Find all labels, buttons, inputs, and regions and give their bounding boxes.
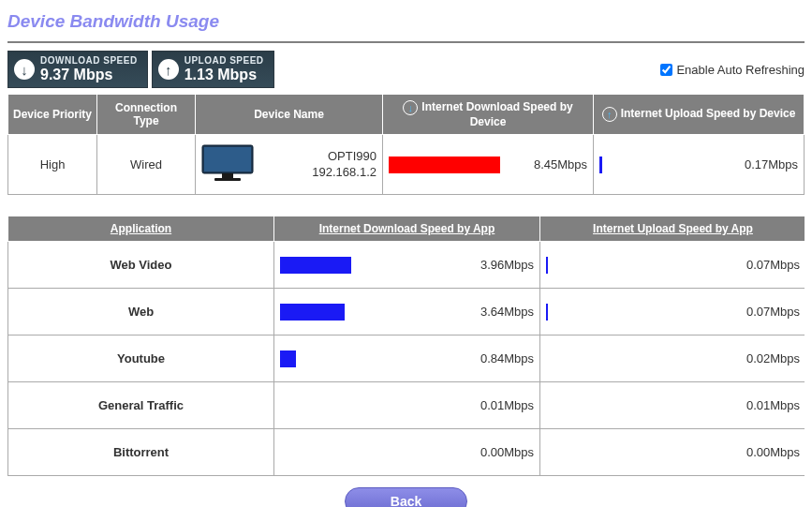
divider (7, 41, 805, 43)
device-row: High Wired OPTI990 192.168.1.2 (8, 135, 805, 195)
app-dl-value: 3.96Mbps (468, 258, 534, 272)
upload-speed-label: UPLOAD SPEED (185, 55, 264, 66)
page-title: Device Bandwidth Usage (7, 11, 805, 32)
device-ip: 192.168.1.2 (271, 165, 376, 181)
device-priority: High (8, 135, 97, 195)
device-ul-value: 0.17Mbps (732, 157, 798, 171)
table-row: Youtube0.84Mbps0.02Mbps (8, 336, 805, 382)
app-ul-value: 0.00Mbps (734, 445, 800, 459)
download-icon: ↓ (14, 59, 35, 80)
auto-refresh-checkbox[interactable] (660, 64, 672, 76)
app-ul-value: 0.07Mbps (734, 305, 800, 319)
app-ul-cell: 0.07Mbps (540, 242, 805, 289)
download-speed-value: 9.37 Mbps (40, 67, 138, 83)
app-ul-bar (546, 304, 548, 321)
top-row: ↓ DOWNLOAD SPEED 9.37 Mbps ↑ UPLOAD SPEE… (7, 51, 805, 88)
table-row: Web Video3.96Mbps0.07Mbps (8, 242, 805, 289)
device-table: Device Priority Connection Type Device N… (7, 94, 805, 195)
app-dl-bar (280, 257, 351, 274)
auto-refresh-label: Enable Auto Refreshing (676, 63, 805, 77)
table-row: General Traffic0.01Mbps0.01Mbps (8, 382, 805, 429)
device-conn-type: Wired (97, 135, 196, 195)
app-dl-cell: 3.96Mbps (274, 242, 540, 289)
device-dl-value: 8.45Mbps (522, 157, 587, 171)
header-name: Device Name (196, 95, 383, 135)
app-table: Application Internet Download Speed by A… (7, 216, 805, 476)
app-dl-cell: 0.00Mbps (274, 429, 540, 476)
app-dl-value: 3.64Mbps (468, 305, 534, 319)
upload-icon: ↑ (602, 107, 617, 122)
app-name: Bittorrent (8, 429, 274, 476)
download-speed-label: DOWNLOAD SPEED (40, 55, 138, 66)
device-ul-cell: 0.17Mbps (594, 135, 805, 195)
device-dl-cell: 8.45Mbps (383, 135, 594, 195)
table-row: Web3.64Mbps0.07Mbps (8, 289, 805, 336)
upload-icon: ↑ (158, 59, 179, 80)
app-dl-bar (280, 304, 345, 321)
app-ul-value: 0.01Mbps (734, 398, 800, 412)
upload-speed-value: 1.13 Mbps (185, 67, 264, 83)
svg-rect-3 (214, 178, 241, 181)
app-name: General Traffic (8, 382, 274, 429)
app-dl-value: 0.01Mbps (468, 398, 534, 412)
auto-refresh-toggle[interactable]: Enable Auto Refreshing (657, 61, 805, 79)
device-ul-bar (599, 157, 602, 173)
device-name: OPTI990 (271, 149, 376, 165)
svg-rect-2 (222, 173, 233, 178)
app-ul-cell: 0.02Mbps (540, 336, 805, 382)
app-name: Web Video (8, 242, 274, 289)
svg-rect-1 (204, 147, 251, 171)
app-name: Web (8, 289, 274, 336)
header-app-dl: Internet Download Speed by App (274, 216, 540, 242)
app-dl-value: 0.84Mbps (468, 351, 534, 365)
header-ul: ↑Internet Upload Speed by Device (594, 95, 805, 135)
header-dl: ↓Internet Download Speed by Device (383, 95, 594, 135)
app-dl-cell: 0.84Mbps (274, 336, 540, 382)
monitor-icon (201, 144, 254, 185)
download-speed-box: ↓ DOWNLOAD SPEED 9.37 Mbps (7, 51, 148, 88)
app-dl-cell: 3.64Mbps (274, 289, 540, 336)
header-app: Application (8, 216, 274, 242)
upload-speed-box: ↑ UPLOAD SPEED 1.13 Mbps (152, 51, 274, 88)
app-ul-cell: 0.07Mbps (540, 289, 805, 336)
device-name-cell: OPTI990 192.168.1.2 (196, 135, 383, 195)
header-priority: Device Priority (8, 95, 97, 135)
app-dl-bar (280, 350, 296, 367)
table-row: Bittorrent0.00Mbps0.00Mbps (8, 429, 805, 476)
header-app-ul: Internet Upload Speed by App (540, 216, 805, 242)
app-ul-cell: 0.01Mbps (540, 382, 805, 429)
app-name: Youtube (8, 336, 274, 382)
download-icon: ↓ (403, 100, 418, 115)
app-ul-cell: 0.00Mbps (540, 429, 805, 476)
app-dl-value: 0.00Mbps (468, 445, 534, 459)
app-dl-cell: 0.01Mbps (274, 382, 540, 429)
header-conn-type: Connection Type (97, 95, 196, 135)
app-ul-bar (546, 257, 548, 274)
back-button[interactable]: Back (345, 487, 467, 507)
app-ul-value: 0.07Mbps (734, 258, 800, 272)
device-dl-bar (389, 157, 500, 173)
app-ul-value: 0.02Mbps (734, 351, 800, 365)
